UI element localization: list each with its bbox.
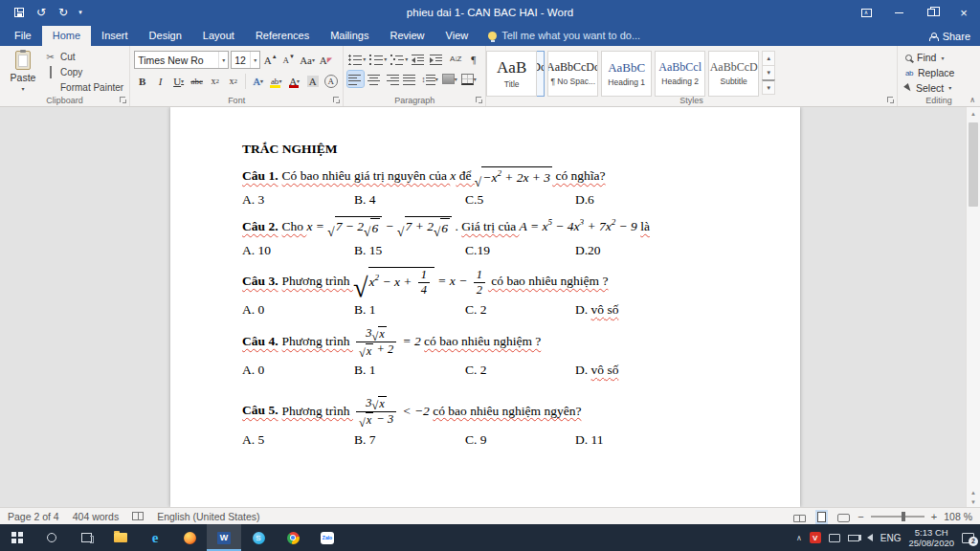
save-button[interactable]	[10, 3, 29, 22]
replace-button[interactable]: abReplace	[905, 67, 954, 79]
line-spacing-button[interactable]: ↕▾	[420, 71, 439, 87]
font-dialog-launcher[interactable]	[333, 97, 341, 104]
maximize-button[interactable]	[915, 0, 947, 25]
tab-references[interactable]: References	[245, 26, 320, 46]
find-button[interactable]: Find▾	[905, 52, 954, 64]
zoom-in-button[interactable]: +	[931, 511, 937, 522]
highlight-button[interactable]: ab▾	[268, 73, 284, 89]
copy-button[interactable]: Copy	[42, 66, 125, 79]
select-button[interactable]: Select▾	[905, 81, 954, 94]
ribbon-display-options-button[interactable]: ∧	[850, 0, 882, 25]
page-indicator[interactable]: Page 2 of 4	[8, 511, 59, 522]
volume-icon[interactable]	[867, 534, 873, 541]
tab-insert[interactable]: Insert	[91, 26, 139, 46]
strikethrough-button[interactable]: abc	[189, 73, 205, 89]
align-right-button[interactable]	[384, 71, 400, 87]
redo-button[interactable]: ↻	[54, 3, 73, 22]
shading-button[interactable]: ▾	[441, 71, 458, 87]
tab-file[interactable]: File	[4, 26, 42, 46]
previous-page-button[interactable]: ▲	[970, 490, 976, 496]
scrollbar-thumb[interactable]	[969, 122, 978, 207]
styles-gallery-more-button[interactable]: ▼	[762, 79, 775, 95]
multilevel-list-button[interactable]: ▾	[390, 51, 409, 67]
zalo-button[interactable]: Zalo	[310, 524, 345, 551]
tab-home[interactable]: Home	[42, 26, 91, 46]
subscript-button[interactable]: x2	[207, 73, 223, 89]
chrome-button[interactable]	[276, 524, 310, 551]
scroll-up-button[interactable]: ▲	[967, 107, 980, 121]
style--normal[interactable]: AaBbCcDc¶ Normal	[494, 51, 545, 97]
undo-button[interactable]: ↺	[32, 3, 51, 22]
clock[interactable]: 5:13 CH25/08/2020	[908, 527, 954, 549]
paragraph-dialog-launcher[interactable]	[476, 97, 483, 104]
web-layout-button[interactable]	[835, 511, 851, 522]
align-left-button[interactable]	[347, 71, 364, 87]
close-button[interactable]: ×	[947, 0, 980, 25]
collapse-ribbon-button[interactable]: ∧	[969, 96, 975, 104]
zoom-out-button[interactable]: −	[858, 511, 863, 522]
action-center-button[interactable]: 2	[962, 533, 974, 543]
zoom-level[interactable]: 108 %	[944, 511, 972, 522]
character-shading-button[interactable]: A	[304, 73, 321, 89]
minimize-button[interactable]	[882, 0, 915, 25]
read-mode-button[interactable]	[791, 511, 807, 522]
styles-scroll-down-button[interactable]: ▼	[762, 65, 775, 80]
font-size-combobox[interactable]: 12▾	[231, 51, 260, 69]
text-effects-button[interactable]: A▾	[250, 73, 266, 89]
clipboard-dialog-launcher[interactable]	[120, 97, 127, 104]
tab-design[interactable]: Design	[139, 26, 192, 46]
decrease-indent-button[interactable]	[411, 51, 427, 67]
styles-dialog-launcher[interactable]	[887, 97, 895, 104]
format-painter-button[interactable]: Format Painter	[42, 80, 125, 94]
numbering-button[interactable]: ▾	[368, 51, 388, 67]
styles-scroll-up-button[interactable]: ▲	[762, 51, 775, 66]
start-button[interactable]	[0, 524, 34, 551]
print-layout-button[interactable]	[813, 511, 829, 522]
document-page[interactable]: TRẮC NGHIỆM Câu 1.Có bao nhiêu giá trị n…	[170, 107, 800, 507]
tab-review[interactable]: Review	[380, 26, 435, 46]
font-color-button[interactable]: A▾	[286, 73, 302, 89]
display-icon[interactable]	[829, 534, 840, 542]
zoom-slider-thumb[interactable]	[902, 512, 905, 521]
style-heading-1[interactable]: AaBbCHeading 1	[601, 51, 652, 97]
change-case-button[interactable]: Aa▾	[299, 52, 316, 68]
tab-view[interactable]: View	[435, 26, 479, 46]
justify-button[interactable]	[402, 71, 418, 87]
style-subtitle[interactable]: AaBbCcDSubtitle	[708, 51, 759, 97]
align-center-button[interactable]	[366, 71, 382, 87]
cut-button[interactable]: ✂Cut	[42, 51, 125, 64]
grow-font-button[interactable]: A▲	[262, 52, 278, 68]
superscript-button[interactable]: x2	[225, 73, 241, 89]
language-button[interactable]: ENG	[880, 533, 902, 543]
show-hide-marks-button[interactable]: ¶	[465, 51, 481, 67]
language-indicator[interactable]: English (United States)	[157, 511, 259, 522]
qat-customize-button[interactable]: ▾	[76, 3, 85, 22]
firefox-button[interactable]	[172, 524, 207, 551]
unikey-icon[interactable]: V	[810, 532, 821, 543]
clear-formatting-button[interactable]: A◤	[318, 52, 334, 68]
word-taskbar-button[interactable]: W	[207, 524, 241, 551]
zoom-slider[interactable]	[871, 516, 924, 518]
tab-mailings[interactable]: Mailings	[320, 26, 379, 46]
style--no-spac-[interactable]: AaBbCcDc¶ No Spac...	[547, 51, 598, 97]
underline-button[interactable]: U▾	[170, 73, 187, 89]
skype-button[interactable]: S	[241, 524, 276, 551]
task-view-button[interactable]	[69, 524, 103, 551]
increase-indent-button[interactable]	[429, 51, 445, 67]
paste-button[interactable]: Paste ▾	[4, 48, 42, 94]
edge-button[interactable]: e	[138, 524, 172, 551]
borders-button[interactable]: ▾	[460, 71, 478, 87]
proofing-icon[interactable]	[132, 512, 144, 520]
tell-me-box[interactable]: Tell me what you want to do...	[479, 30, 650, 46]
hidden-icons-button[interactable]: ∧	[796, 534, 802, 542]
sort-button[interactable]: A↓Z	[447, 51, 463, 67]
word-count[interactable]: 404 words	[73, 511, 119, 522]
tab-layout[interactable]: Layout	[192, 26, 245, 46]
italic-button[interactable]: I	[152, 73, 168, 89]
font-name-combobox[interactable]: Times New Ro▾	[134, 51, 229, 69]
bullets-button[interactable]: ▾	[347, 51, 367, 67]
vertical-scrollbar[interactable]: ▲ ▲ ▼	[966, 107, 980, 507]
file-explorer-button[interactable]	[103, 524, 138, 551]
shrink-font-button[interactable]: A▼	[280, 52, 297, 68]
share-button[interactable]: Share	[929, 31, 970, 42]
